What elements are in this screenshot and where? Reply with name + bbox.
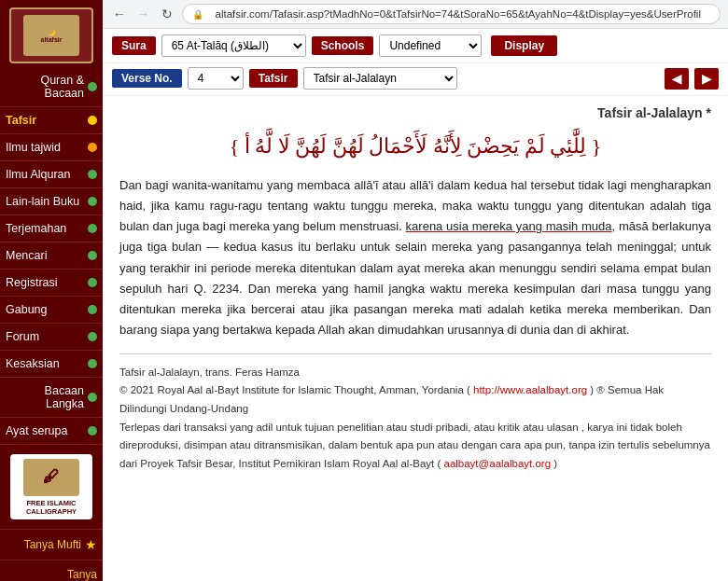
calligraphy-label: FREE ISLAMICCALLIGRAPHY (26, 499, 77, 516)
back-button[interactable]: ← (110, 4, 129, 24)
sidebar-dot-kesaksian (88, 359, 97, 368)
logo-text: 🌙altafsir (41, 29, 63, 43)
tafsir-label: Tafsir (249, 69, 298, 88)
star-icon: ★ (85, 537, 97, 552)
aalalbayt-link[interactable]: http://www.aalalbayt.org (473, 384, 587, 395)
underlined-text: karena usia mereka yang masih muda (406, 219, 612, 233)
sidebar-item-label: Bacaan Langka (6, 384, 84, 410)
tanya-mufti-label: Tanya Mufti (24, 538, 81, 551)
sidebar-item-registrasi[interactable]: Registrasi (0, 270, 103, 297)
sidebar-item-tanya[interactable]: Tanya (0, 560, 103, 581)
sidebar-item-label: Tafsir (6, 114, 36, 127)
sidebar-item-label: Mencari (6, 249, 47, 262)
sura-select[interactable]: 65 At-Talāq (الطلاق) (161, 35, 306, 57)
controls-row-2: Verse No. 4 Tafsir Tafsir al-Jalalayn ◀ … (103, 63, 728, 96)
sidebar: 🌙altafsir Quran & Bacaan Tafsir Ilmu taj… (0, 0, 103, 581)
sidebar-dot-tajwid (88, 143, 97, 152)
refresh-button[interactable]: ↻ (158, 4, 176, 24)
display-button[interactable]: Display (491, 35, 557, 56)
sidebar-item-lain[interactable]: Lain-lain Buku (0, 188, 103, 215)
content-separator (119, 353, 711, 354)
sidebar-item-label: Kesaksian (6, 357, 60, 370)
sidebar-item-label: Registrasi (6, 276, 58, 289)
sidebar-dot-mencari (88, 251, 97, 260)
sidebar-item-bacaan[interactable]: Bacaan Langka (0, 378, 103, 418)
calligraphy-logo[interactable]: 🖋 FREE ISLAMICCALLIGRAPHY (10, 454, 92, 519)
verse-select[interactable]: 4 (188, 67, 244, 90)
schools-select[interactable]: Undefined (379, 35, 482, 57)
sidebar-dot-gabung (88, 305, 97, 314)
sidebar-item-label: Ayat serupa (6, 424, 67, 437)
browser-bar: ← → ↻ 🔒 altafsir.com/Tafasir.asp?tMadhNo… (103, 0, 728, 29)
sidebar-dot-bacaan (88, 393, 97, 402)
sidebar-item-tajwid[interactable]: Ilmu tajwid (0, 134, 103, 161)
sidebar-item-label: Quran & Bacaan (6, 74, 84, 100)
sidebar-dot-tafsir (88, 116, 97, 125)
verse-label: Verse No. (112, 69, 182, 88)
sidebar-dot-ayat (88, 426, 97, 436)
tafsir-body-text: Dan bagi wanita-wanitamu yang membaca al… (119, 175, 711, 340)
sidebar-dot-forum (88, 332, 97, 341)
sidebar-item-label: Gabung (6, 303, 47, 316)
sidebar-item-label: Lain-lain Buku (6, 195, 79, 208)
sidebar-logo: 🌙altafsir (9, 7, 93, 63)
footer-line2: © 2021 Royal Aal al-Bayt Institute for I… (119, 384, 664, 414)
sidebar-item-gabung[interactable]: Gabung (0, 297, 103, 324)
sidebar-item-tafsir[interactable]: Tafsir (0, 107, 103, 134)
sidebar-dot-alquran (88, 170, 97, 179)
sidebar-item-mencari[interactable]: Mencari (0, 242, 103, 270)
sidebar-dot-lain (88, 197, 97, 206)
prev-arrow-button[interactable]: ◀ (665, 68, 689, 90)
sidebar-dot-registrasi (88, 278, 97, 287)
footer-line3: Terlepas dari transaksi yang adil untuk … (119, 422, 710, 469)
next-arrow-button[interactable]: ▶ (694, 68, 719, 90)
url-bar[interactable]: altafsir.com/Tafasir.asp?tMadhNo=0&tTafs… (206, 7, 710, 21)
sidebar-item-label: Terjemahan (6, 222, 66, 235)
sidebar-item-quran[interactable]: Quran & Bacaan (0, 67, 103, 107)
schools-label: Schools (312, 36, 374, 55)
email-link[interactable]: aalbayt@aalalbayt.org (443, 458, 551, 469)
footer-text: Tafsir al-Jalalayn, trans. Feras Hamza ©… (119, 364, 711, 473)
main-content-area: ← → ↻ 🔒 altafsir.com/Tafasir.asp?tMadhNo… (103, 0, 728, 581)
sura-label: Sura (112, 36, 156, 55)
lock-icon: 🔒 (192, 9, 203, 20)
sidebar-item-kesaksian[interactable]: Kesaksian (0, 351, 103, 378)
footer-line1: Tafsir al-Jalalayn, trans. Feras Hamza (119, 367, 300, 378)
sidebar-dot-quran (88, 82, 97, 91)
forward-button[interactable]: → (134, 4, 153, 24)
tafsir-select[interactable]: Tafsir al-Jalalayn (303, 67, 457, 90)
sidebar-item-label: Ilmu Alquran (6, 168, 70, 181)
tafsir-content: Tafsir al-Jalalayn * { لِلَّٰئِي لَمْ يَ… (103, 96, 728, 581)
arabic-verse: { لِلَّٰئِي لَمْ يَحِضْنَ لِأَنَّهُ لَأَ… (119, 130, 711, 162)
sidebar-item-ayat[interactable]: Ayat serupa (0, 418, 103, 445)
sidebar-item-label: Ilmu tajwid (6, 141, 61, 154)
sidebar-item-forum[interactable]: Forum (0, 324, 103, 351)
sidebar-dot-terjemahan (88, 224, 97, 233)
sidebar-item-tanya-mufti[interactable]: Tanya Mufti ★ (0, 529, 103, 560)
tafsir-title: Tafsir al-Jalalayn * (119, 105, 711, 120)
sidebar-item-label: Forum (6, 330, 39, 343)
sidebar-item-alquran[interactable]: Ilmu Alquran (0, 161, 103, 188)
controls-row-1: Sura 65 At-Talāq (الطلاق) Schools Undefi… (103, 29, 728, 63)
tanya-label: Tanya (67, 568, 97, 581)
sidebar-logo-inner: 🌙altafsir (23, 15, 79, 56)
sidebar-item-terjemahan[interactable]: Terjemahan (0, 215, 103, 242)
